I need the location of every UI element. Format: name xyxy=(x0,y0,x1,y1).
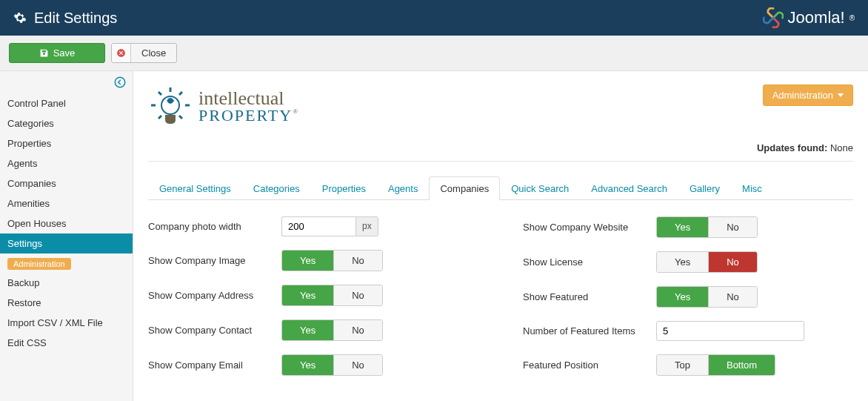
sidebar-item-settings[interactable]: Settings xyxy=(0,233,133,253)
toggle-no[interactable]: No xyxy=(708,252,757,272)
toggle-show-company-address: YesNo xyxy=(281,285,383,306)
form-label: Show Company Email xyxy=(148,359,281,371)
save-icon xyxy=(39,48,49,58)
toggle-no[interactable]: No xyxy=(708,287,757,307)
form-row: Show Company ImageYesNo xyxy=(148,250,478,271)
tab-agents[interactable]: Agents xyxy=(377,176,429,200)
updates-status: Updates found: None xyxy=(148,142,853,153)
toggle-yes[interactable]: Yes xyxy=(657,252,708,272)
updates-value: None xyxy=(830,142,853,153)
form-row: Company photo widthpx xyxy=(148,216,478,236)
toggle-yes[interactable]: Yes xyxy=(657,287,708,307)
close-button[interactable]: Close xyxy=(111,43,177,63)
close-icon xyxy=(116,48,126,58)
toggle-featured-position: TopBottom xyxy=(656,354,775,376)
page-title: Edit Settings xyxy=(34,10,117,27)
brand-text: Joomla! xyxy=(788,8,845,27)
toggle-show-company-email: YesNo xyxy=(281,354,383,376)
toggle-show-company-contact: YesNo xyxy=(281,319,383,341)
tab-categories[interactable]: Categories xyxy=(242,176,311,200)
administration-dropdown[interactable]: Administration xyxy=(763,84,853,106)
form-label: Featured Position xyxy=(523,359,656,371)
toggle-show-license: YesNo xyxy=(656,251,758,273)
lightbulb-icon xyxy=(148,84,193,129)
form-row: Show Company WebsiteYesNo xyxy=(523,216,853,238)
sidebar-item-categories[interactable]: Categories xyxy=(0,113,133,133)
form-row: Show Company ContactYesNo xyxy=(148,319,478,341)
input-addon: px xyxy=(355,216,378,236)
sidebar-item-control-panel[interactable]: Control Panel xyxy=(0,93,133,113)
form-label: Show Company Website xyxy=(523,222,656,233)
toggle-show-featured: YesNo xyxy=(656,286,758,308)
form-row: Show LicenseYesNo xyxy=(523,251,853,273)
sidebar-item-edit-css[interactable]: Edit CSS xyxy=(0,333,133,353)
sidebar-item-restore[interactable]: Restore xyxy=(0,293,133,313)
divider xyxy=(148,161,853,162)
save-button[interactable]: Save xyxy=(9,43,105,63)
sidebar-item-backup[interactable]: Backup xyxy=(0,273,133,293)
input-number-of-featured-items[interactable] xyxy=(656,321,804,341)
close-label: Close xyxy=(131,44,176,62)
toggle-no[interactable]: No xyxy=(333,355,382,375)
tabs: General SettingsCategoriesPropertiesAgen… xyxy=(148,176,853,200)
sidebar-badge: Administration xyxy=(7,258,71,270)
main-content: intellectual PROPERTY® Administration Up… xyxy=(133,71,868,401)
toggle-yes[interactable]: Yes xyxy=(282,320,333,340)
sidebar-collapse-icon[interactable] xyxy=(113,76,127,89)
sidebar-item-agents[interactable]: Agents xyxy=(0,153,133,173)
form-label: Company photo width xyxy=(148,221,281,232)
toggle-show-company-website: YesNo xyxy=(656,216,758,238)
sidebar: Control PanelCategoriesPropertiesAgentsC… xyxy=(0,71,133,401)
admin-dropdown-label: Administration xyxy=(772,90,833,101)
form-label: Show Company Contact xyxy=(148,325,281,336)
form-row: Show Company AddressYesNo xyxy=(148,285,478,306)
toggle-yes[interactable]: Yes xyxy=(282,355,333,375)
form-label: Show Featured xyxy=(523,291,656,302)
toggle-top[interactable]: Top xyxy=(657,355,708,375)
toggle-yes[interactable]: Yes xyxy=(282,251,333,271)
sidebar-item-amenities[interactable]: Amenities xyxy=(0,193,133,213)
save-label: Save xyxy=(53,47,76,59)
toggle-no[interactable]: No xyxy=(708,217,757,237)
tab-misc[interactable]: Misc xyxy=(731,176,773,200)
toggle-yes[interactable]: Yes xyxy=(657,217,708,237)
gear-icon xyxy=(13,11,27,24)
tab-companies[interactable]: Companies xyxy=(429,176,500,200)
toggle-no[interactable]: No xyxy=(333,320,382,340)
brand-logo: Joomla!® xyxy=(763,7,855,28)
input-company-photo-width[interactable] xyxy=(281,216,355,236)
sidebar-item-properties[interactable]: Properties xyxy=(0,133,133,153)
svg-point-1 xyxy=(115,77,125,87)
form-row: Show FeaturedYesNo xyxy=(523,286,853,308)
toggle-no[interactable]: No xyxy=(333,285,382,305)
toolbar: Save Close xyxy=(0,36,868,71)
topbar: Edit Settings Joomla!® xyxy=(0,0,868,36)
logo-line2: PROPERTY xyxy=(198,106,293,125)
settings-form: Company photo widthpxShow Company ImageY… xyxy=(148,200,853,389)
form-row: Featured PositionTopBottom xyxy=(523,354,853,376)
toggle-bottom[interactable]: Bottom xyxy=(708,355,775,375)
form-row: Show Company EmailYesNo xyxy=(148,354,478,376)
form-row: Number of Featured Items xyxy=(523,321,853,341)
form-label: Number of Featured Items xyxy=(523,325,656,337)
updates-label: Updates found: xyxy=(757,142,827,153)
toggle-no[interactable]: No xyxy=(333,251,382,271)
sidebar-item-companies[interactable]: Companies xyxy=(0,173,133,193)
toggle-yes[interactable]: Yes xyxy=(282,285,333,305)
form-label: Show Company Image xyxy=(148,255,281,266)
form-label: Show Company Address xyxy=(148,290,281,301)
toggle-show-company-image: YesNo xyxy=(281,250,383,271)
caret-icon xyxy=(838,93,844,97)
tab-gallery[interactable]: Gallery xyxy=(678,176,731,200)
joomla-icon xyxy=(763,7,784,28)
form-label: Show License xyxy=(523,256,656,268)
tab-advanced-search[interactable]: Advanced Search xyxy=(580,176,678,200)
sidebar-item-import-csv-xml-file[interactable]: Import CSV / XML File xyxy=(0,313,133,333)
component-logo: intellectual PROPERTY® xyxy=(148,84,299,129)
sidebar-item-open-houses[interactable]: Open Houses xyxy=(0,213,133,233)
tab-general-settings[interactable]: General Settings xyxy=(148,176,242,200)
tab-quick-search[interactable]: Quick Search xyxy=(500,176,580,200)
tab-properties[interactable]: Properties xyxy=(311,176,377,200)
